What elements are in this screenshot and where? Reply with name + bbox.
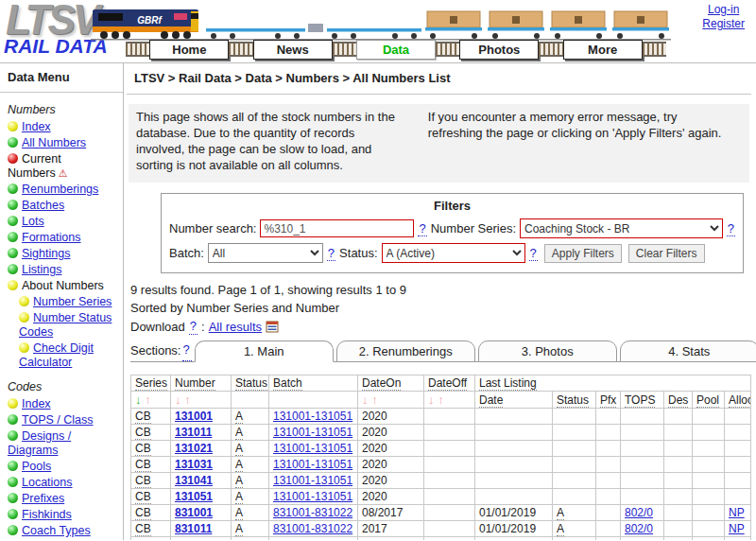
status-select[interactable]: A (Active) <box>382 243 525 263</box>
sidebar-item-label[interactable]: Coach Types <box>22 524 91 537</box>
sidebar-item-label[interactable]: Fishkinds <box>22 508 72 521</box>
batch-link[interactable]: 831001-831022 <box>273 506 352 519</box>
sidebar-item-number-status-codes[interactable]: Number Status Codes <box>0 311 123 340</box>
number-link[interactable]: 131051 <box>175 490 213 503</box>
column-header-batch[interactable]: Batch <box>269 375 358 392</box>
number-link[interactable]: 131041 <box>175 474 213 487</box>
sidebar-item-label[interactable]: Formations <box>22 231 81 244</box>
tops-link[interactable]: 802/0 <box>625 538 653 540</box>
sidebar-item-label[interactable]: Index <box>22 397 51 410</box>
sidebar-item-label[interactable]: Index <box>22 120 51 133</box>
sidebar-item-label[interactable]: TOPS / Class <box>22 413 93 427</box>
download-all-results-link[interactable]: All results <box>209 319 262 335</box>
subcolumn-header-status[interactable]: Status <box>553 392 596 409</box>
nav-photos[interactable]: Photos <box>459 40 539 60</box>
sort-descending-arrow[interactable]: ↓ <box>135 393 145 407</box>
sidebar-item-label[interactable]: Prefixes <box>22 492 64 505</box>
number-search-help-icon[interactable]: ? <box>418 221 426 236</box>
sidebar-item-label[interactable]: Renumberings <box>22 183 98 196</box>
sort-descending-arrow[interactable]: ↓ <box>362 393 371 407</box>
sidebar-item-sightings[interactable]: Sightings <box>0 247 123 261</box>
number-link[interactable]: 131031 <box>175 458 213 471</box>
number-link[interactable]: 131021 <box>175 442 213 455</box>
login-link[interactable]: Log-in <box>702 3 745 17</box>
batch-help-icon[interactable]: ? <box>327 246 335 261</box>
column-header-status[interactable]: Status <box>232 375 269 392</box>
column-header-dateon[interactable]: DateOn <box>358 375 424 392</box>
sidebar-item-lots[interactable]: Lots <box>0 215 123 229</box>
number-search-input[interactable] <box>260 219 414 237</box>
alloc-link[interactable]: NP <box>729 538 745 540</box>
tops-link[interactable]: 802/0 <box>625 506 653 519</box>
sort-ascending-arrow[interactable]: ↑ <box>438 393 444 407</box>
tab-1-main[interactable]: 1. Main <box>195 340 334 362</box>
sort-descending-arrow[interactable]: ↓ <box>175 393 184 407</box>
batch-link[interactable]: 131001-131051 <box>273 458 352 471</box>
sidebar-item-label[interactable]: Lots <box>22 215 44 228</box>
column-header-dateoff[interactable]: DateOff <box>424 375 475 392</box>
sidebar-item-label[interactable]: Listings <box>22 263 61 276</box>
sidebar-item-prefixes[interactable]: Prefixes <box>0 492 123 506</box>
sidebar-item-label[interactable]: Pools <box>22 460 51 473</box>
sidebar-item-fishkinds[interactable]: Fishkinds <box>0 508 123 522</box>
nav-news[interactable]: News <box>253 40 333 60</box>
number-series-help-icon[interactable]: ? <box>727 221 735 236</box>
subcolumn-header-des[interactable]: Des <box>664 392 693 409</box>
sidebar-item-label[interactable]: Sightings <box>22 247 70 260</box>
sections-help-icon[interactable]: ? <box>182 342 191 361</box>
sort-descending-arrow[interactable]: ↓ <box>428 393 438 407</box>
download-help-icon[interactable]: ? <box>189 318 198 335</box>
sort-ascending-arrow[interactable]: ↑ <box>371 393 378 407</box>
sidebar-item-label[interactable]: Locations <box>22 476 73 489</box>
column-header-series[interactable]: Series <box>131 375 171 392</box>
tab-2-renumberings[interactable]: 2. Renumberings <box>336 340 475 362</box>
sidebar-item-formations[interactable]: Formations <box>0 231 123 245</box>
number-link[interactable]: 831001 <box>175 506 213 519</box>
tab-4-stats[interactable]: 4. Stats <box>620 340 756 362</box>
sidebar-item-index[interactable]: Index <box>0 397 123 411</box>
number-series-select[interactable]: Coaching Stock - BR <box>520 218 723 238</box>
nav-more[interactable]: More <box>563 40 643 60</box>
alloc-link[interactable]: NP <box>729 522 745 535</box>
sidebar-item-tops-class[interactable]: TOPS / Class <box>0 413 123 428</box>
nav-data[interactable]: Data <box>356 40 436 60</box>
sidebar-item-all-numbers[interactable]: All Numbers <box>0 136 123 150</box>
sidebar-item-label[interactable]: Number Series <box>33 295 112 308</box>
batch-link[interactable]: 131001-131051 <box>273 410 352 423</box>
sidebar-item-pools[interactable]: Pools <box>0 460 123 474</box>
sort-ascending-arrow[interactable]: ↑ <box>145 393 151 407</box>
download-file-icon[interactable] <box>266 321 279 333</box>
sidebar-item-label[interactable]: Check Digit Calculator <box>19 341 94 369</box>
sidebar-item-label[interactable]: Number Status Codes <box>19 311 112 339</box>
sidebar-item-coach-types[interactable]: Coach Types <box>0 524 123 538</box>
apply-filters-button[interactable]: Apply Filters <box>544 244 622 263</box>
batch-link[interactable]: 831001-831022 <box>273 538 352 540</box>
sidebar-item-renumberings[interactable]: Renumberings <box>0 183 123 197</box>
sidebar-item-check-digit-calculator[interactable]: Check Digit Calculator <box>0 341 123 370</box>
subcolumn-header-pfx[interactable]: Pfx <box>596 392 621 409</box>
batch-link[interactable]: 831001-831022 <box>273 522 352 535</box>
sidebar-item-listings[interactable]: Listings <box>0 263 123 277</box>
batch-link[interactable]: 131001-131051 <box>273 490 352 503</box>
batch-select[interactable]: All <box>208 243 323 263</box>
sidebar-item-label[interactable]: Batches <box>22 199 64 212</box>
status-help-icon[interactable]: ? <box>529 246 538 261</box>
number-link[interactable]: 831011 <box>175 522 212 535</box>
subcolumn-header-alloc[interactable]: Alloc <box>725 392 751 409</box>
nav-home[interactable]: Home <box>149 40 229 60</box>
sidebar-item-number-series[interactable]: Number Series <box>0 295 123 309</box>
number-link[interactable]: 831021 <box>175 538 213 540</box>
number-link[interactable]: 131011 <box>175 426 212 439</box>
tab-3-photos[interactable]: 3. Photos <box>478 340 617 362</box>
sidebar-item-locations[interactable]: Locations <box>0 476 123 490</box>
tops-link[interactable]: 802/0 <box>625 522 653 535</box>
alloc-link[interactable]: NP <box>729 506 745 519</box>
clear-filters-button[interactable]: Clear Filters <box>628 244 705 263</box>
subcolumn-header-pool[interactable]: Pool <box>693 392 725 409</box>
number-link[interactable]: 131001 <box>175 410 213 423</box>
sidebar-item-label[interactable]: All Numbers <box>22 136 86 149</box>
batch-link[interactable]: 131001-131051 <box>273 426 352 439</box>
register-link[interactable]: Register <box>702 17 745 31</box>
sidebar-item-batches[interactable]: Batches <box>0 199 123 213</box>
sidebar-item-designs-diagrams[interactable]: Designs / Diagrams <box>0 429 123 458</box>
